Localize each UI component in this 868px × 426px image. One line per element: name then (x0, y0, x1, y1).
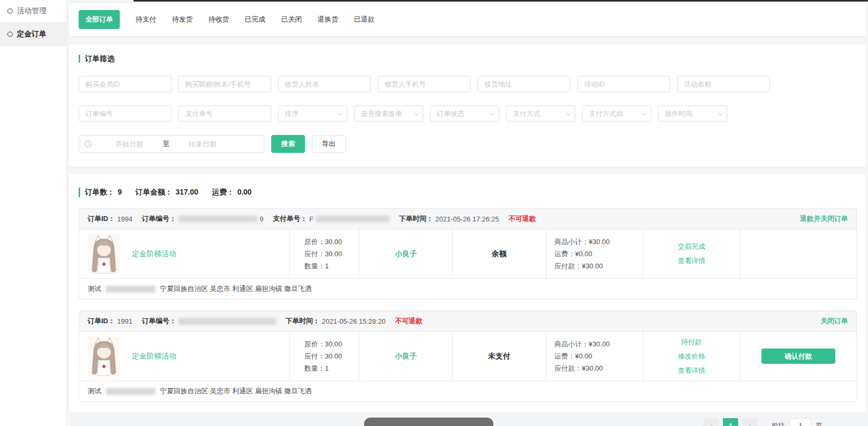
payment-method-group-select-value: 支付方式组 (589, 109, 623, 119)
order-no-suffix: 9 (260, 215, 263, 223)
order-filter-panel: 订单筛选 排序 是否搜索首单 订单状态 (69, 44, 867, 167)
tab-pending-receipt[interactable]: 待收货 (208, 10, 229, 29)
tab-all-orders[interactable]: 全部订单 (79, 10, 120, 29)
quantity-label: 数量： (304, 364, 325, 372)
chevron-down-icon (566, 110, 571, 115)
orders-panel: 订单数： 9 订单金额： 317.00 运费： 0.00 订单ID： 1994 … (69, 173, 867, 413)
tab-refunded[interactable]: 已退款 (354, 10, 375, 29)
payment-no-redacted (316, 216, 389, 222)
subtotal-label: 商品小计： (555, 340, 589, 348)
view-details-link[interactable]: 查看详情 (678, 256, 705, 266)
payment-no-prefix: F (309, 215, 313, 223)
view-details-link[interactable]: 查看详情 (678, 366, 705, 375)
refund-and-close-order-link[interactable]: 退款并关闭订单 (800, 214, 848, 224)
sidebar: 活动管理 定金订单 (0, 0, 67, 426)
orders-summary: 订单数： 9 订单金额： 317.00 运费： 0.00 (79, 188, 857, 197)
next-page-button[interactable]: › (742, 418, 758, 426)
payment-no-label: 支付单号： (273, 214, 307, 224)
sort-select[interactable]: 排序 (278, 105, 347, 122)
sidebar-item-label: 定金订单 (17, 30, 46, 39)
order-no-redacted (178, 216, 257, 222)
modify-price-link[interactable]: 修改价格 (678, 352, 705, 361)
payment-method-group-select[interactable]: 支付方式组 (582, 105, 651, 122)
sort-select-value: 排序 (285, 109, 299, 119)
freight-value: ¥0.00 (575, 250, 593, 258)
sidebar-item-activity-management[interactable]: 活动管理 (0, 0, 66, 22)
chevron-down-icon (338, 110, 343, 115)
order-status-tabs: 全部订单 待支付 待发货 待收货 已完成 已关闭 退换货 已退款 (69, 3, 867, 36)
shipping-address-input[interactable] (478, 76, 570, 92)
consignee-address: 宁夏回族自治区 吴忠市 利通区 扁担沟镇 撒旦飞洒 (160, 386, 311, 396)
activity-name-input[interactable] (677, 76, 770, 92)
product-cell: 定金阶梯活动 (79, 332, 289, 381)
order-address-row: 测试 宁夏回族自治区 吴忠市 利通区 扁担沟镇 撒旦飞洒 (79, 278, 856, 299)
payment-status-cell: 未支付 (452, 332, 546, 381)
freight-value: 0.00 (237, 188, 252, 197)
buyer-member-id-input[interactable] (79, 76, 171, 92)
first-order-select[interactable]: 是否搜索首单 (354, 105, 423, 122)
status-links-cell: 交易完成 查看详情 (643, 229, 740, 278)
quantity-value: 1 (325, 262, 329, 270)
confirm-payment-button[interactable]: 确认付款 (761, 348, 835, 364)
activity-id-input[interactable] (577, 76, 670, 92)
order-time-value: 2021-05-26 17:26:25 (435, 215, 499, 223)
order-status-select-value: 订单状态 (437, 109, 464, 119)
product-avatar-image (88, 336, 120, 376)
first-order-select-value: 是否搜索首单 (361, 109, 402, 119)
consignee-name: 测试 (88, 284, 101, 294)
order-no-label: 订单编号： (142, 316, 176, 326)
clock-icon (84, 140, 92, 148)
amount-due-value: ¥30.00 (582, 364, 603, 372)
order-id-label: 订单ID： (88, 316, 115, 326)
order-id-value: 1991 (117, 317, 132, 325)
freight-label: 运费： (212, 188, 234, 197)
subtotal-value: ¥30.00 (589, 340, 610, 348)
non-refundable-badge: 不可退款 (395, 316, 423, 326)
operation-time-select[interactable]: 操作时间 (658, 105, 727, 122)
tab-completed[interactable]: 已完成 (245, 10, 265, 29)
date-range-picker[interactable]: 至 (79, 135, 264, 153)
payable-label: 应付： (304, 352, 325, 360)
export-button[interactable]: 导出 (312, 135, 346, 153)
totals-cell: 商品小计：¥30.00 运费：¥0.00 应付款：¥30.00 (546, 332, 643, 381)
consignee-phone-input[interactable] (378, 76, 471, 92)
tab-pending-payment[interactable]: 待支付 (136, 10, 156, 29)
bottom-overlay-pill (364, 418, 493, 426)
operation-time-select-value: 操作时间 (665, 109, 692, 119)
prev-page-button[interactable]: ‹ (703, 418, 719, 426)
start-date-input[interactable] (98, 140, 160, 148)
page-1-button[interactable]: 1 (723, 418, 738, 426)
buyer-nickname-input[interactable] (178, 76, 271, 92)
payment-no-input[interactable] (178, 105, 271, 122)
end-date-input[interactable] (171, 140, 234, 148)
tab-closed[interactable]: 已关闭 (281, 10, 302, 29)
transaction-complete-link[interactable]: 交易完成 (678, 242, 705, 251)
search-button[interactable]: 搜索 (271, 135, 305, 153)
order-no-input[interactable] (79, 105, 171, 122)
order-header: 订单ID： 1994 订单编号： 9 支付单号： F 下单时间： 2021-05… (79, 209, 856, 229)
product-name-link[interactable]: 定金阶梯活动 (132, 249, 176, 259)
payment-method-select[interactable]: 支付方式 (506, 105, 575, 122)
product-name-link[interactable]: 定金阶梯活动 (132, 352, 176, 361)
goto-page-input[interactable] (789, 418, 812, 426)
sidebar-item-deposit-orders[interactable]: 定金订单 (0, 22, 66, 46)
order-time-label: 下单时间： (399, 214, 433, 224)
freight-label: 运费： (555, 250, 575, 258)
pending-payment-link[interactable]: 待付款 (681, 337, 702, 347)
order-address-row: 测试 宁夏回族自治区 吴忠市 利通区 扁担沟镇 撒旦飞洒 (79, 381, 856, 401)
order-body-row: 定金阶梯活动 原价：30.00 应付：30.00 数量：1 小良子 余额 商品小… (79, 229, 856, 278)
filter-row-1 (79, 76, 857, 92)
tab-returns[interactable]: 退换货 (318, 10, 338, 29)
original-price-value: 30.00 (325, 238, 342, 246)
consignee-phone-redacted (106, 286, 156, 293)
chevron-down-icon (490, 110, 495, 115)
order-status-select[interactable]: 订单状态 (430, 105, 499, 122)
consignee-name-input[interactable] (278, 76, 371, 92)
tab-pending-shipment[interactable]: 待发货 (172, 10, 193, 29)
order-card-1991: 订单ID： 1991 订单编号： 下单时间： 2021-05-26 15:28:… (79, 311, 857, 402)
close-order-link[interactable]: 关闭订单 (821, 316, 848, 326)
freight-value: ¥0.00 (575, 352, 593, 360)
price-cell: 原价：30.00 应付：30.00 数量：1 (289, 332, 359, 381)
order-id-label: 订单ID： (88, 214, 115, 224)
quantity-label: 数量： (304, 262, 325, 270)
